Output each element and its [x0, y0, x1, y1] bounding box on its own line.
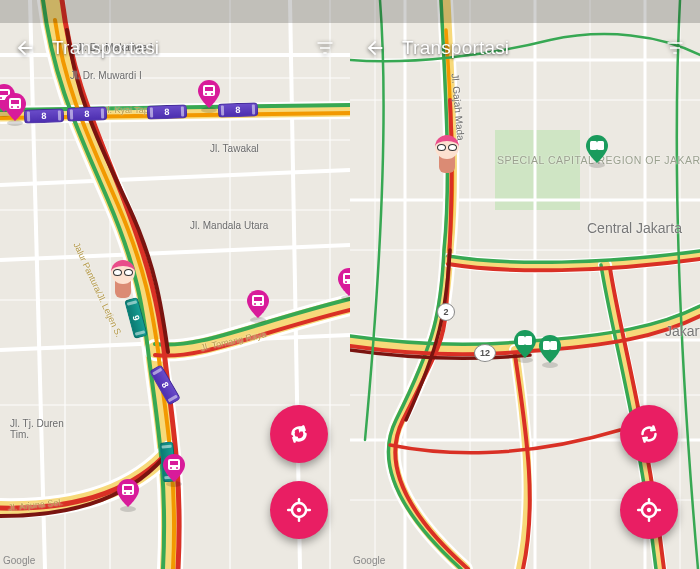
svg-rect-48	[550, 341, 557, 350]
user-avatar	[108, 258, 138, 298]
svg-point-21	[254, 303, 256, 305]
refresh-button[interactable]	[620, 405, 678, 463]
bus-vehicle[interactable]: 8	[67, 106, 107, 121]
crosshair-icon	[636, 497, 662, 523]
svg-rect-42	[495, 130, 580, 210]
bus-vehicle[interactable]: 8	[24, 108, 64, 123]
map-attribution: Google	[3, 555, 35, 566]
bus-vehicle[interactable]: 8	[147, 104, 187, 119]
back-button[interactable]	[8, 31, 42, 65]
street-label: Jl. Tj. Duren Tim.	[10, 418, 65, 440]
svg-point-18	[211, 93, 213, 95]
area-label: SPECIAL CAPITAL REGION OF JAKARTA	[497, 155, 587, 167]
page-title: Transportasi	[402, 37, 509, 59]
svg-rect-46	[525, 336, 532, 345]
bus-stop-pin[interactable]	[197, 80, 221, 108]
svg-point-14	[17, 106, 19, 108]
svg-point-30	[130, 492, 132, 494]
svg-point-34	[176, 467, 178, 469]
svg-rect-20	[254, 297, 262, 301]
status-bar	[0, 0, 350, 23]
refresh-icon	[636, 421, 662, 447]
svg-rect-24	[345, 275, 350, 279]
area-label: Jakarta	[665, 323, 700, 339]
bus-stop-pin[interactable]	[337, 268, 350, 296]
app-header: Transportasi	[0, 23, 350, 73]
svg-point-25	[345, 281, 347, 283]
bus-stop-pin[interactable]	[162, 454, 186, 482]
svg-rect-12	[11, 100, 19, 104]
route-shield: 12	[474, 344, 496, 362]
bus-stop-pin[interactable]	[246, 290, 270, 318]
svg-point-9	[0, 97, 2, 99]
svg-point-33	[170, 467, 172, 469]
filter-button[interactable]	[308, 31, 342, 65]
app-header: Transportasi	[350, 23, 700, 73]
svg-rect-32	[170, 461, 178, 465]
area-label: Central Jakarta	[587, 220, 682, 236]
svg-point-22	[260, 303, 262, 305]
svg-rect-47	[543, 341, 550, 350]
page-title: Transportasi	[52, 37, 159, 59]
map-attribution: Google	[353, 555, 385, 566]
svg-point-29	[124, 492, 126, 494]
refresh-icon	[286, 421, 312, 447]
refresh-button[interactable]	[270, 405, 328, 463]
back-button[interactable]	[358, 31, 392, 65]
svg-rect-28	[124, 486, 132, 490]
crosshair-icon	[286, 497, 312, 523]
filter-button[interactable]	[658, 31, 692, 65]
locate-button[interactable]	[270, 481, 328, 539]
bus-stop-pin[interactable]	[513, 330, 537, 358]
street-label: Jl. Mandala Utara	[190, 220, 268, 231]
bus-vehicle[interactable]: 8	[218, 102, 258, 117]
svg-point-36	[297, 508, 301, 512]
bus-stop-pin[interactable]	[585, 135, 609, 163]
svg-rect-16	[205, 87, 213, 91]
svg-point-50	[647, 508, 651, 512]
locate-button[interactable]	[620, 481, 678, 539]
street-label: Jl. Tawakal	[210, 143, 259, 154]
svg-point-17	[205, 93, 207, 95]
status-bar	[350, 0, 700, 23]
bus-stop-pin[interactable]	[3, 93, 27, 121]
screenshot-left: Jl. Dr. Makaliwe I Jl. Dr. Muwardi I Jl.…	[0, 0, 350, 569]
user-avatar	[432, 133, 462, 173]
svg-rect-44	[597, 141, 604, 150]
svg-rect-43	[590, 141, 597, 150]
svg-point-13	[11, 106, 13, 108]
bus-stop-pin[interactable]	[116, 479, 140, 507]
svg-rect-45	[518, 336, 525, 345]
route-shield: 2	[437, 303, 455, 321]
bus-stop-pin[interactable]	[538, 335, 562, 363]
screenshot-right: Jl. Gajah Mada SPECIAL CAPITAL REGION OF…	[350, 0, 700, 569]
